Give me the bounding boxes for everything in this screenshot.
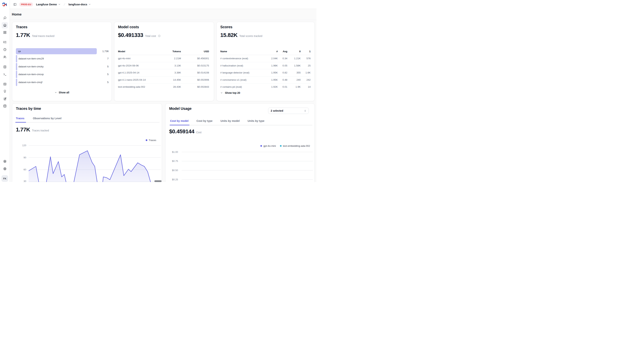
- chevron-down-icon[interactable]: [58, 3, 61, 6]
- trace-bar-row[interactable]: dataset-run-item-cmcjf 5: [16, 79, 109, 86]
- model-costs-card: Model costs $0.491333 Total cost ModelTo…: [114, 22, 214, 101]
- tab-units-by-model[interactable]: Units by model: [221, 120, 240, 122]
- sidebar-item-home[interactable]: [2, 22, 8, 28]
- trace-bar-row[interactable]: dataset-run-item-cmc29 7: [16, 55, 109, 62]
- horizontal-scrollbar-thumb[interactable]: [154, 180, 162, 182]
- traces-total-label: Total traces tracked: [32, 34, 54, 38]
- legend-item: gpt-4o-mini: [260, 144, 276, 147]
- terminal-icon: [3, 72, 7, 76]
- y-axis-tick: $0.50: [168, 169, 178, 172]
- gear-icon: [3, 160, 7, 163]
- table-header: Name#Avg01: [220, 48, 311, 55]
- langfuse-logo-icon: [2, 2, 7, 7]
- table-row: # language-detector (eval)1.95K0.823551.…: [220, 69, 311, 76]
- legend-dot-icon: [260, 145, 262, 147]
- clock-icon: [3, 48, 7, 51]
- sidebar-item-data[interactable]: [2, 103, 8, 109]
- chevrons-up-down-icon: [304, 110, 307, 112]
- total-cost-value: $0.491333: [118, 32, 143, 38]
- sidebar-item-search[interactable]: [2, 15, 8, 21]
- tab-traces[interactable]: Traces: [16, 117, 24, 120]
- sidebar-item-settings[interactable]: [2, 158, 8, 165]
- model-usage-card: Model Usage 2 selected Cost by modelCost…: [165, 103, 315, 182]
- sidebar-toggle-button[interactable]: [12, 2, 18, 7]
- table-row: # contextrelevance (eval)2.04K0.341.21K5…: [220, 55, 311, 62]
- table-row: gpt-4.1-nano-2025-04-1414.45K$0.002906: [118, 76, 209, 84]
- search-icon: [3, 16, 7, 20]
- y-axis-tick: 90: [16, 156, 26, 159]
- table-row: gpt-4o-mini2.21M$0.456301: [118, 55, 209, 62]
- sidebar: FK: [0, 0, 10, 182]
- legend-label: Traces: [149, 139, 156, 142]
- trace-name: qa: [18, 48, 21, 54]
- usage-cost-value: $0.459144: [169, 128, 194, 134]
- table-row: # conciseness-v1 (eval)1.95K0.48240242: [220, 76, 311, 84]
- show-top-20-button[interactable]: Show top 20: [220, 91, 240, 94]
- table-row: # contains-pii (eval)1.92K0.011.9K14: [220, 84, 311, 90]
- sidebar-item-judge[interactable]: [2, 88, 8, 94]
- traces-card-title: Traces: [16, 25, 27, 29]
- sidebar-item-users[interactable]: [2, 54, 8, 60]
- sidebar-item-datasets[interactable]: [2, 96, 8, 102]
- total-scores-label: Total scores tracked: [239, 34, 262, 38]
- trace-bar-row[interactable]: dataset-run-item-cmcky 5: [16, 63, 109, 70]
- traces-tracked-label: Traces tracked: [32, 129, 49, 132]
- traces-by-time-chart[interactable]: [29, 144, 161, 182]
- lightbulb-icon: [3, 90, 7, 93]
- legend-label: gpt-4o-mini: [263, 144, 276, 147]
- table-row: gpt-4o-2024-08-063.13K$0.015175: [118, 62, 209, 70]
- home-icon: [3, 24, 7, 27]
- legend-label: text-embedding-ada-002: [283, 144, 310, 147]
- traces-total-value: 1.77K: [16, 32, 30, 38]
- tab-cost-by-model[interactable]: Cost by model: [170, 120, 189, 122]
- sidebar-item-tracing[interactable]: [2, 39, 8, 45]
- show-all-button[interactable]: Show all: [12, 91, 112, 94]
- tab-units-by-type[interactable]: Units by type: [248, 120, 264, 122]
- main-content: Traces 1.77K Total traces tracked qa 1,7…: [10, 20, 317, 182]
- trace-bar-row[interactable]: qa 1,736: [16, 48, 109, 54]
- user-avatar[interactable]: FK: [2, 175, 8, 182]
- trace-count: 7: [107, 55, 109, 62]
- info-icon[interactable]: [158, 34, 161, 37]
- scores-card: Scores 15.82K Total scores tracked Name#…: [216, 22, 315, 101]
- trace-bar-row[interactable]: dataset-run-item-cmcvp 5: [16, 71, 109, 78]
- model-select-dropdown[interactable]: 2 selected: [268, 108, 309, 114]
- org-switcher[interactable]: Langfuse Demo: [36, 3, 57, 6]
- table-row: # hallucination (eval)1.96K0.051.58K25: [220, 62, 311, 70]
- trace-name: dataset-run-item-cmcky: [19, 63, 44, 70]
- legend-item: Traces: [146, 139, 156, 142]
- sidebar-item-evaluation[interactable]: [2, 81, 8, 87]
- y-axis-tick: 120: [16, 144, 26, 147]
- tab-cost-by-type[interactable]: Cost by type: [197, 120, 213, 122]
- database-icon: [3, 104, 7, 108]
- trace-count: 5: [107, 79, 109, 86]
- trace-name: dataset-run-item-cmc29: [19, 55, 44, 62]
- sidebar-item-dashboards[interactable]: [2, 29, 8, 36]
- sidebar-item-prompts[interactable]: [2, 64, 8, 70]
- traces-by-time-card: Traces by time TracesObservations by Lev…: [12, 103, 162, 182]
- y-axis-tick: 60: [16, 168, 26, 171]
- project-switcher[interactable]: langfuse-docs: [69, 3, 87, 6]
- model-usage-title: Model Usage: [169, 106, 192, 111]
- trace-bar[interactable]: [16, 48, 97, 54]
- model-usage-chart[interactable]: [182, 150, 313, 182]
- chevron-down-icon[interactable]: [88, 3, 91, 6]
- tab-observations-by-level[interactable]: Observations by Level: [33, 117, 62, 120]
- topbar: PROD-EU Langfuse Demo langfuse-docs: [10, 0, 317, 9]
- sidebar-item-playground[interactable]: [2, 71, 8, 77]
- sidebar-item-sessions[interactable]: [2, 46, 8, 52]
- trace-name: dataset-run-item-cmcjf: [19, 79, 42, 86]
- table-row: text-embedding-ada-00228.43K$0.002843: [118, 84, 209, 90]
- chevron-down-icon: [220, 92, 223, 94]
- total-scores-value: 15.82K: [220, 32, 237, 38]
- sidebar-item-support[interactable]: [2, 166, 8, 172]
- usage-cost-label: Cost: [196, 131, 202, 134]
- total-cost-label: Total cost: [145, 34, 156, 38]
- trace-count: 1,736: [102, 48, 109, 54]
- traces-by-time-title: Traces by time: [16, 106, 41, 111]
- users-icon: [3, 55, 7, 59]
- table-row: gpt-4.1-2025-04-143.38K$0.014108: [118, 69, 209, 76]
- dashboard-grid-icon: [3, 31, 7, 34]
- lifebuoy-icon: [3, 167, 7, 170]
- trace-bar: [16, 71, 17, 78]
